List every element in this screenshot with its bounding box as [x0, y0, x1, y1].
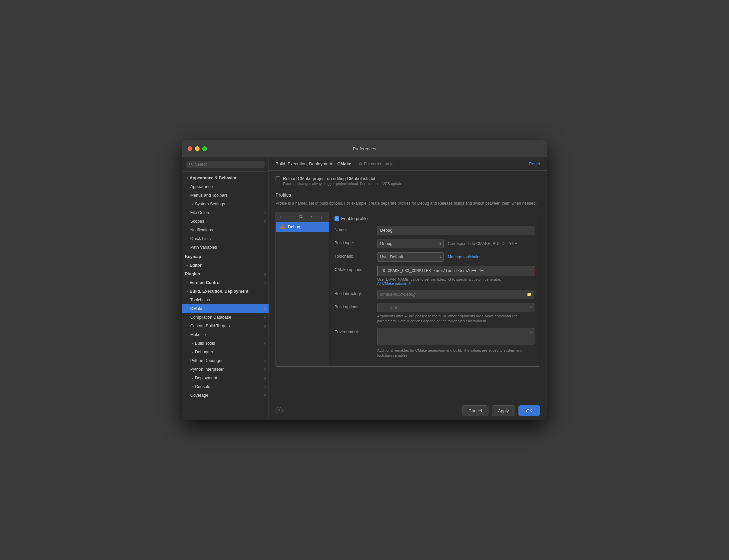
sidebar-item-toolchains[interactable]: Toolchains — [182, 296, 269, 304]
build-type-label: Build type: — [335, 239, 374, 245]
environment-control: ⎘ Additional variables for CMake generat… — [377, 328, 534, 358]
minimize-button[interactable] — [195, 146, 200, 151]
sidebar-item-makefile[interactable]: Makefile — [182, 330, 269, 339]
cmake-icon — [279, 224, 285, 230]
copy-icon: ⎘ — [264, 220, 266, 223]
maximize-button[interactable] — [202, 146, 207, 151]
sidebar-item-appearance-behavior[interactable]: ▾ Appearance & Behavior — [182, 174, 269, 182]
build-directory-input[interactable] — [377, 290, 534, 299]
sidebar-item-custom-build-targets[interactable]: Custom Build Targets ⎘ — [182, 322, 269, 330]
chevron-right-icon: ▸ — [190, 384, 195, 389]
copy-icon: ⎘ — [264, 316, 266, 319]
build-options-row: Build options: ⤢ Arguments after '--' ar… — [335, 303, 534, 324]
sidebar-item-version-control[interactable]: ▸ Version Control ⎘ — [182, 278, 269, 287]
copy-icon: ⎘ — [264, 281, 266, 285]
sidebar-item-build-tools[interactable]: ▸ Build Tools ⎘ — [182, 339, 269, 348]
help-button[interactable]: ? — [276, 407, 283, 414]
folder-icon[interactable]: 📁 — [527, 292, 532, 297]
profiles-list-items: Debug — [276, 222, 329, 366]
toolchain-label: Toolchain: — [335, 252, 374, 259]
preferences-window: Preferences ▾ Appearance & Behavior — [182, 140, 547, 420]
copy-icon[interactable]: ⎘ — [530, 330, 532, 335]
toolchain-controls: Use: Default ▾ Manage toolchains... — [377, 252, 534, 262]
remove-profile-button[interactable]: − — [286, 212, 296, 222]
sidebar-item-console[interactable]: ▸ Console ⎘ — [182, 382, 269, 391]
sidebar-item-python-debugger[interactable]: Python Debugger ⎘ — [182, 356, 269, 365]
enable-profile-checkbox[interactable]: ✓ — [335, 216, 339, 221]
move-down-button[interactable]: ↓ — [316, 212, 326, 222]
sidebar-tree: ▾ Appearance & Behavior Appearance Menus… — [182, 172, 269, 420]
reload-checkbox[interactable] — [276, 176, 280, 181]
bottom-bar: ? Cancel Apply OK — [269, 401, 547, 420]
sidebar-search-area — [182, 157, 269, 172]
build-options-label: Build options: — [335, 303, 374, 309]
chevron-right-icon: ▸ — [185, 263, 190, 268]
breadcrumb-root[interactable]: Build, Execution, Deployment — [276, 161, 332, 166]
sidebar-item-scopes[interactable]: Scopes ⎘ — [182, 217, 269, 226]
sidebar-item-build-execution-deployment[interactable]: ▾ Build, Execution, Deployment — [182, 287, 269, 296]
environment-label: Environment: — [335, 328, 374, 334]
apply-button[interactable]: Apply — [492, 405, 515, 416]
sidebar-item-system-settings[interactable]: ▸ System Settings — [182, 200, 269, 208]
sidebar-item-appearance[interactable]: Appearance — [182, 182, 269, 191]
move-up-button[interactable]: ↑ — [306, 212, 316, 222]
chevron-right-icon: ▸ — [190, 376, 195, 380]
sidebar-item-python-interpreter[interactable]: Python Interpreter ⎘ — [182, 365, 269, 374]
expand-icon[interactable]: ⤢ — [530, 305, 532, 309]
ok-button[interactable]: OK — [518, 405, 540, 416]
sidebar-item-editor[interactable]: ▸ Editor — [182, 261, 269, 270]
environment-input[interactable] — [377, 328, 534, 345]
name-label: Name: — [335, 226, 374, 232]
copy-icon: ⎘ — [264, 385, 266, 389]
build-type-select[interactable]: Debug Release RelWithDebInfo MinSizeRel — [377, 239, 444, 248]
sidebar-item-debugger[interactable]: ▸ Debugger — [182, 348, 269, 356]
reload-hint: External changes always trigger project … — [283, 182, 402, 186]
reload-text-block: Reload CMake project on editing CMakeLis… — [283, 176, 402, 186]
build-directory-label: Build directory: — [335, 290, 374, 296]
copy-icon: ⎘ — [264, 394, 266, 397]
monitor-icon: 🖥 — [359, 162, 363, 166]
copy-profile-button[interactable]: ⎘ — [296, 212, 306, 222]
add-profile-button[interactable]: + — [276, 212, 286, 222]
close-button[interactable] — [188, 146, 192, 151]
chevron-down-icon: ▾ — [185, 176, 190, 180]
all-cmake-options-link[interactable]: All CMake options ↗ — [377, 281, 534, 286]
profile-detail: ✓ Enable profile Name: — [329, 212, 540, 366]
sidebar-item-deployment[interactable]: ▸ Deployment ⎘ — [182, 374, 269, 382]
svg-point-0 — [190, 163, 192, 165]
reload-section: Reload CMake project on editing CMakeLis… — [276, 176, 540, 186]
breadcrumb-current: CMake — [337, 161, 351, 166]
sidebar-item-keymap[interactable]: Keymap — [182, 252, 269, 261]
reset-button[interactable]: Reset — [529, 161, 540, 166]
sidebar-item-file-colors[interactable]: File Colors ⎘ — [182, 208, 269, 217]
svg-line-1 — [192, 165, 193, 166]
cancel-button[interactable]: Cancel — [462, 405, 488, 416]
sidebar-item-plugins[interactable]: Plugins ⎘ — [182, 270, 269, 278]
profiles-section: Profiles Profile is a named set of build… — [276, 192, 540, 367]
toolchain-select[interactable]: Use: Default — [377, 252, 444, 262]
manage-toolchains-link[interactable]: Manage toolchains... — [448, 255, 485, 259]
environment-hint: Additional variables for CMake generatio… — [377, 348, 534, 358]
sidebar-item-menus-toolbars[interactable]: Menus and Toolbars — [182, 191, 269, 200]
sidebar-item-path-variables[interactable]: Path Variables — [182, 243, 269, 252]
project-scope: 🖥 For current project — [359, 162, 396, 166]
name-input[interactable] — [377, 226, 534, 235]
toolchain-row: Toolchain: Use: Default ▾ — [335, 252, 534, 262]
build-options-input-row: ⤢ — [377, 303, 534, 312]
chevron-right-icon: ▸ — [185, 280, 190, 285]
sidebar-item-cmake[interactable]: CMake ⎘ — [182, 304, 269, 313]
title-bar: Preferences — [182, 140, 547, 157]
sidebar-item-notifications[interactable]: Notifications — [182, 226, 269, 234]
sidebar-item-compilation-database[interactable]: Compilation Database ⎘ — [182, 313, 269, 322]
enable-profile-label: Enable profile — [341, 216, 368, 221]
name-row: Name: — [335, 226, 534, 235]
expand-icon[interactable]: ⤢ — [530, 268, 532, 271]
search-input[interactable] — [195, 162, 262, 167]
cmake-options-input[interactable] — [377, 266, 534, 276]
build-options-input[interactable] — [377, 303, 534, 312]
profile-item-debug[interactable]: Debug — [276, 222, 329, 232]
build-directory-row: Build directory: 📁 — [335, 290, 534, 299]
sidebar-item-coverage[interactable]: Coverage ⎘ — [182, 391, 269, 400]
build-options-hint: Arguments after '--' are passed to the b… — [377, 314, 534, 324]
sidebar-item-quick-lists[interactable]: Quick Lists — [182, 234, 269, 243]
